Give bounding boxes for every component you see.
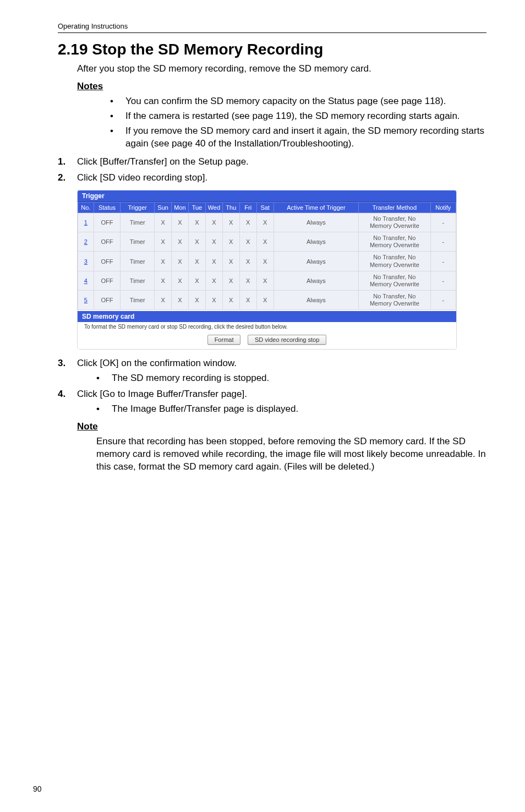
cell-day: X (205, 212, 222, 232)
cell-status: OFF (94, 252, 121, 271)
row-no-link[interactable]: 5 (78, 291, 94, 310)
cell-day: X (239, 271, 256, 290)
step-text: Click [SD video recording stop]. (77, 172, 207, 183)
cell-day: X (239, 212, 256, 232)
step: 1. Click [Buffer/Transfer] on the Setup … (58, 156, 486, 168)
cell-day: X (205, 252, 222, 271)
note-item: You can confirm the SD memory capacity o… (110, 95, 486, 108)
page-number: 90 (33, 784, 42, 793)
th-no: No. (78, 202, 94, 212)
th-notify: Notify (430, 202, 456, 212)
cell-transfer: No Transfer, NoMemory Overwrite (359, 232, 430, 251)
th-thu: Thu (222, 202, 239, 212)
cell-day: X (222, 271, 239, 290)
note-body: Ensure that recording has been stopped, … (96, 435, 486, 473)
cell-transfer: No Transfer, NoMemory Overwrite (359, 252, 430, 271)
note-heading: Note (77, 421, 486, 432)
th-trigger: Trigger (121, 202, 155, 212)
panel-title-sd: SD memory card (78, 310, 456, 322)
row-no-link[interactable]: 1 (78, 212, 94, 232)
ui-screenshot: Trigger No. Status Trigger Sun Mon Tue W… (77, 190, 457, 350)
cell-day: X (205, 291, 222, 310)
running-header: Operating Instructions (58, 22, 486, 33)
intro-text: After you stop the SD memory recording, … (77, 63, 486, 75)
section-title: 2.19 Stop the SD Memory Recording (58, 41, 486, 58)
th-transfer: Transfer Method (359, 202, 430, 212)
cell-day: X (256, 291, 274, 310)
th-sun: Sun (155, 202, 172, 212)
cell-status: OFF (94, 271, 121, 290)
th-status: Status (94, 202, 121, 212)
cell-day: X (172, 232, 189, 251)
cell-notify: - (430, 252, 456, 271)
sd-note: To format the SD memory card or stop SD … (78, 322, 456, 333)
cell-day: X (239, 291, 256, 310)
table-row: 5OFFTimerXXXXXXXAlwaysNo Transfer, NoMem… (78, 291, 456, 310)
cell-day: X (188, 252, 205, 271)
cell-status: OFF (94, 232, 121, 251)
note-item: If the camera is restarted (see page 119… (110, 110, 486, 123)
trigger-table: No. Status Trigger Sun Mon Tue Wed Thu F… (78, 202, 456, 310)
step-number: 2. (58, 172, 65, 184)
cell-day: X (172, 212, 189, 232)
cell-active: Always (274, 212, 359, 232)
step-text: Click [OK] on the confirmation window. (77, 358, 237, 368)
cell-day: X (256, 271, 274, 290)
step: 3. Click [OK] on the confirmation window… (58, 357, 486, 385)
cell-notify: - (430, 232, 456, 251)
cell-day: X (188, 291, 205, 310)
cell-day: X (239, 232, 256, 251)
sd-stop-button[interactable]: SD video recording stop (248, 335, 326, 345)
cell-active: Always (274, 271, 359, 290)
cell-transfer: No Transfer, NoMemory Overwrite (359, 212, 430, 232)
cell-day: X (188, 212, 205, 232)
row-no-link[interactable]: 4 (78, 271, 94, 290)
cell-trigger: Timer (121, 271, 155, 290)
step-text: Click [Go to Image Buffer/Transfer page]… (77, 389, 247, 399)
cell-day: X (188, 232, 205, 251)
panel-title-trigger: Trigger (78, 190, 456, 202)
th-wed: Wed (205, 202, 222, 212)
row-no-link[interactable]: 3 (78, 252, 94, 271)
cell-notify: - (430, 291, 456, 310)
notes-heading: Notes (77, 81, 486, 92)
step-sub: The SD memory recording is stopped. (96, 372, 486, 385)
sd-button-row: Format SD video recording stop (78, 333, 456, 349)
cell-active: Always (274, 291, 359, 310)
row-no-link[interactable]: 2 (78, 232, 94, 251)
cell-day: X (256, 212, 274, 232)
cell-trigger: Timer (121, 252, 155, 271)
step-number: 4. (58, 388, 65, 401)
step-text: Click [Buffer/Transfer] on the Setup pag… (77, 156, 249, 167)
step: 2. Click [SD video recording stop]. (58, 172, 486, 184)
cell-day: X (256, 232, 274, 251)
cell-transfer: No Transfer, NoMemory Overwrite (359, 271, 430, 290)
th-mon: Mon (172, 202, 189, 212)
cell-day: X (155, 252, 172, 271)
table-row: 4OFFTimerXXXXXXXAlwaysNo Transfer, NoMem… (78, 271, 456, 290)
table-header-row: No. Status Trigger Sun Mon Tue Wed Thu F… (78, 202, 456, 212)
cell-trigger: Timer (121, 291, 155, 310)
note-item: If you remove the SD memory card and ins… (110, 125, 486, 150)
cell-trigger: Timer (121, 212, 155, 232)
cell-day: X (205, 232, 222, 251)
format-button[interactable]: Format (207, 335, 241, 345)
cell-day: X (222, 232, 239, 251)
cell-day: X (155, 271, 172, 290)
cell-day: X (172, 271, 189, 290)
cell-notify: - (430, 271, 456, 290)
table-row: 1OFFTimerXXXXXXXAlwaysNo Transfer, NoMem… (78, 212, 456, 232)
th-tue: Tue (188, 202, 205, 212)
cell-transfer: No Transfer, NoMemory Overwrite (359, 291, 430, 310)
step: 4. Click [Go to Image Buffer/Transfer pa… (58, 388, 486, 416)
cell-day: X (205, 271, 222, 290)
cell-status: OFF (94, 291, 121, 310)
th-active: Active Time of Trigger (274, 202, 359, 212)
cell-status: OFF (94, 212, 121, 232)
cell-day: X (172, 291, 189, 310)
cell-day: X (256, 252, 274, 271)
table-row: 3OFFTimerXXXXXXXAlwaysNo Transfer, NoMem… (78, 252, 456, 271)
cell-day: X (155, 232, 172, 251)
cell-notify: - (430, 212, 456, 232)
step-sub: The Image Buffer/Transfer page is displa… (96, 403, 486, 416)
